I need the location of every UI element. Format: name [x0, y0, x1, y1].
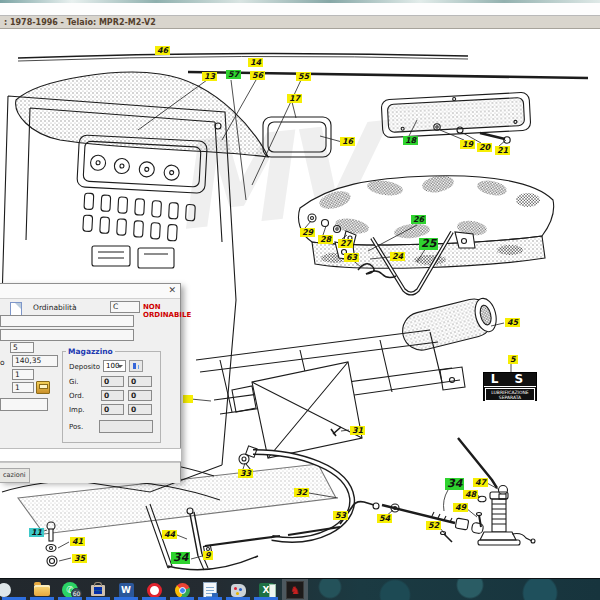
price-label-fragment: o: [0, 358, 5, 367]
taskbar-icon-excel[interactable]: X: [254, 579, 278, 600]
part-label-31: 31: [350, 426, 365, 435]
pos-label: Pos.: [69, 423, 83, 431]
cash-box-icon[interactable]: [36, 381, 50, 394]
taskbar-icon-store[interactable]: [86, 579, 110, 600]
paint3d-icon: [231, 584, 246, 597]
lubrication-plate: L S LUBRIFICAZIONE SEPARATA: [483, 372, 537, 401]
part-label-49: 49: [453, 503, 468, 512]
price-field[interactable]: 140,35: [12, 355, 58, 367]
imp-value-1[interactable]: 0: [101, 404, 124, 415]
stock-chart-button[interactable]: [129, 360, 143, 372]
parts-app-icon: ♞: [286, 581, 304, 599]
part-label-19: 19: [460, 140, 475, 149]
part-label-14: 14: [248, 58, 263, 67]
word-icon: W: [119, 583, 134, 598]
taskbar-icon-opera[interactable]: [142, 579, 166, 600]
part-label-55: 55: [296, 72, 311, 81]
menu-band: [0, 3, 600, 16]
part-label-52: 52: [426, 521, 441, 530]
part-label-46: 46: [155, 46, 170, 55]
taskbar-icon-word[interactable]: W: [114, 579, 138, 600]
deposito-select[interactable]: 100: [103, 360, 126, 372]
taskbar-icon-explorer[interactable]: [30, 579, 54, 600]
close-icon[interactable]: ✕: [168, 285, 176, 295]
part-label-9: 9: [203, 551, 213, 560]
pos-field[interactable]: [99, 420, 153, 433]
ord-value-2[interactable]: 0: [128, 390, 152, 401]
whatsapp-badge: 60: [71, 588, 82, 599]
part-label-33: 33: [238, 469, 253, 478]
part-label-blank: [183, 395, 193, 403]
parts-app-glyph: ♞: [290, 585, 300, 596]
part-label-29: 29: [300, 228, 315, 237]
gi-label: Gi.: [69, 378, 79, 386]
opera-icon: [147, 583, 162, 598]
dialog-title-bar[interactable]: ✕: [0, 284, 180, 299]
explorer-icon: [34, 585, 50, 596]
lubrication-line2: SEPARATA: [499, 395, 521, 400]
gi-value-2[interactable]: 0: [128, 376, 152, 387]
lubrication-plate-initials: L S: [484, 373, 536, 387]
part-label-21: 21: [495, 146, 510, 155]
part-label-11: 11: [29, 528, 44, 537]
ord-label: Ord.: [69, 392, 84, 400]
part-label-63: 63: [344, 253, 359, 262]
chrome-icon: [175, 583, 190, 598]
part-label-45: 45: [505, 318, 520, 327]
part-label-5: 5: [508, 355, 518, 364]
screen: : 1978-1996 - Telaio: MPR2-M2-V2 MV: [0, 0, 600, 600]
magazzino-group: Magazzino Deposito 100 Gi. 0 0 Ord. 0 0 …: [62, 351, 161, 443]
part-detail-dialog: ✕ Ordinabilità C NON ORDINABILE 5 o 140,…: [0, 283, 181, 481]
taskbar-icon-whatsapp[interactable]: ✆60: [58, 579, 82, 600]
one-field-b[interactable]: 1: [12, 382, 34, 393]
description-field-2[interactable]: [0, 329, 134, 341]
part-label-57: 57: [226, 70, 241, 79]
taskbar-icon-chrome[interactable]: [170, 579, 194, 600]
part-label-28: 28: [318, 235, 333, 244]
diagram-canvas: MV: [0, 29, 600, 578]
part-label-26: 26: [411, 215, 426, 224]
part-label-56: 56: [250, 71, 265, 80]
gi-value-1[interactable]: 0: [101, 376, 124, 387]
part-label-54: 54: [377, 514, 392, 523]
ordinabilita-field[interactable]: C: [110, 301, 140, 313]
taskbar-icon-start-partial[interactable]: [2, 579, 26, 600]
qty-field[interactable]: 5: [10, 342, 34, 353]
one-field-a[interactable]: 1: [12, 369, 34, 380]
part-label-32: 32: [294, 488, 309, 497]
dialog-wide-strip: [0, 448, 181, 462]
code-field[interactable]: [0, 398, 48, 411]
deposito-label: Deposito: [69, 363, 100, 371]
taskbar-icon-parts-app[interactable]: ♞: [282, 579, 308, 600]
part-label-44: 44: [162, 530, 177, 539]
part-label-48: 48: [463, 490, 478, 499]
document-icon: [10, 302, 22, 316]
word-glyph: W: [121, 586, 131, 595]
part-label-20: 20: [477, 143, 492, 152]
catalog-app-icon: [203, 582, 217, 599]
taskbar-icon-paint3d[interactable]: [226, 579, 250, 600]
lubrication-plate-text: LUBRIFICAZIONE SEPARATA: [485, 388, 535, 401]
part-label-17: 17: [287, 94, 302, 103]
store-icon: [91, 585, 105, 596]
part-label-47: 47: [473, 478, 488, 487]
app-title-bar: : 1978-1996 - Telaio: MPR2-M2-V2: [0, 16, 600, 29]
part-label-18: 18: [403, 136, 418, 145]
taskbar: ✆60WX♞: [0, 578, 600, 600]
start-partial-icon: [0, 583, 11, 597]
excel-glyph: X: [263, 586, 270, 595]
part-label-34: 34: [445, 478, 464, 490]
imp-value-2[interactable]: 0: [128, 404, 152, 415]
orderability-status: NON ORDINABILE: [143, 303, 191, 319]
description-field-1[interactable]: [0, 315, 134, 327]
part-label-13: 13: [202, 72, 217, 81]
taskbar-icon-catalog-app[interactable]: [198, 579, 222, 600]
part-label-24: 24: [390, 252, 405, 261]
part-label-16: 16: [340, 137, 355, 146]
dialog-bottom-tab[interactable]: cazioni: [0, 468, 30, 483]
ord-value-1[interactable]: 0: [101, 390, 124, 401]
part-label-35: 35: [72, 554, 87, 563]
part-label-53: 53: [333, 511, 348, 520]
magazzino-title: Magazzino: [66, 347, 115, 356]
ordinabilita-label: Ordinabilità: [33, 303, 77, 312]
